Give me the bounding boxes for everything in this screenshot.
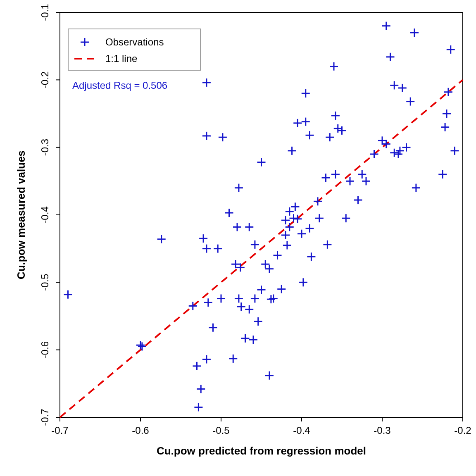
observation-point <box>331 170 340 178</box>
observation-point <box>441 123 449 131</box>
x-tick-label: -0.3 <box>374 425 390 436</box>
observation-point <box>225 209 233 217</box>
x-axis-label: Cu.pow predicted from regression model <box>157 445 366 457</box>
y-tick-label: -0.1 <box>39 4 50 21</box>
observation-point <box>202 132 211 140</box>
x-tick-label: -0.5 <box>212 425 229 436</box>
observation-point <box>342 214 350 222</box>
observation-point <box>235 295 243 303</box>
observation-point <box>233 223 241 231</box>
observation-point <box>406 98 414 106</box>
observation-point <box>358 170 366 178</box>
observation-point <box>229 355 237 363</box>
plot-frame <box>60 12 463 417</box>
observation-point <box>202 245 211 253</box>
observation-point <box>136 341 145 349</box>
observation-point <box>257 158 266 167</box>
observation-point <box>202 79 211 87</box>
observation-point <box>338 126 346 135</box>
observation-point <box>204 298 212 307</box>
observation-point <box>257 286 266 294</box>
observation-point <box>214 245 222 253</box>
observation-point <box>219 133 227 141</box>
y-tick-label: -0.3 <box>39 139 50 156</box>
observation-point <box>202 355 211 364</box>
x-tick-label: -0.6 <box>132 425 149 436</box>
observation-point <box>286 223 294 231</box>
legend-label: 1:1 line <box>105 53 137 64</box>
x-tick-label: -0.7 <box>51 425 68 436</box>
observation-point <box>307 252 315 261</box>
observation-point <box>302 118 310 126</box>
observation-point <box>323 240 331 249</box>
observation-point <box>390 81 398 89</box>
observation-point <box>241 334 250 343</box>
observation-point <box>245 223 253 231</box>
observation-point <box>274 251 282 259</box>
observation-point <box>362 177 370 185</box>
observation-point <box>288 147 296 155</box>
identity-line <box>60 80 463 417</box>
observation-point <box>209 324 217 332</box>
observation-point <box>193 362 201 370</box>
observation-point <box>261 260 269 268</box>
observation-point <box>331 112 340 120</box>
observation-point <box>265 265 274 273</box>
observation-point <box>412 184 420 192</box>
observation-point <box>315 214 324 222</box>
observation-point <box>138 343 146 351</box>
observation-point <box>451 147 459 155</box>
observation-point <box>447 45 455 54</box>
observation-point <box>410 29 419 37</box>
x-tick-label: -0.4 <box>293 425 310 436</box>
y-tick-label: -0.5 <box>39 274 50 291</box>
observation-point <box>254 317 262 326</box>
y-tick-label: -0.7 <box>39 409 50 426</box>
observation-point <box>382 22 390 30</box>
observation-point <box>249 336 257 344</box>
observation-point <box>443 109 451 118</box>
y-tick-label: -0.6 <box>39 341 50 358</box>
observation-point <box>277 285 286 293</box>
observation-point <box>194 403 202 412</box>
observation-point <box>281 231 290 239</box>
observation-point <box>293 119 302 127</box>
x-tick-label: -0.2 <box>454 425 471 436</box>
observation-point <box>322 174 330 182</box>
observation-point <box>237 302 245 311</box>
rsq-annotation: Adjusted Rsq = 0.506 <box>72 80 167 91</box>
observation-point <box>197 385 205 393</box>
observation-point <box>251 295 259 303</box>
observation-point <box>245 305 253 314</box>
observation-point <box>64 290 72 299</box>
observation-point <box>306 131 314 139</box>
observation-point <box>330 62 338 71</box>
legend <box>68 29 200 70</box>
legend-label: Observations <box>105 36 164 48</box>
observation-point <box>354 196 362 204</box>
scatter-chart: -0.7-0.6-0.5-0.4-0.3-0.2-0.7-0.6-0.5-0.4… <box>0 0 476 476</box>
observation-point <box>199 234 207 243</box>
observation-point <box>281 216 290 224</box>
observation-point <box>235 184 243 192</box>
observation-point <box>251 240 259 249</box>
observation-point <box>334 124 342 133</box>
observation-point <box>302 89 310 98</box>
observation-point <box>157 235 166 243</box>
observation-point <box>286 207 294 216</box>
observation-point <box>346 177 354 185</box>
observation-point <box>326 133 334 141</box>
observation-point <box>298 230 306 238</box>
observation-point <box>265 371 274 380</box>
observation-point <box>290 214 298 222</box>
y-tick-label: -0.2 <box>39 71 50 88</box>
observation-point <box>306 224 314 233</box>
observation-point <box>438 170 447 178</box>
observation-point <box>390 149 398 157</box>
observation-point <box>386 53 395 61</box>
y-tick-label: -0.4 <box>39 206 50 223</box>
observation-point <box>217 295 225 303</box>
y-axis-label: Cu.pow measured values <box>15 150 27 279</box>
observation-point <box>398 84 407 92</box>
observation-point <box>283 241 291 250</box>
